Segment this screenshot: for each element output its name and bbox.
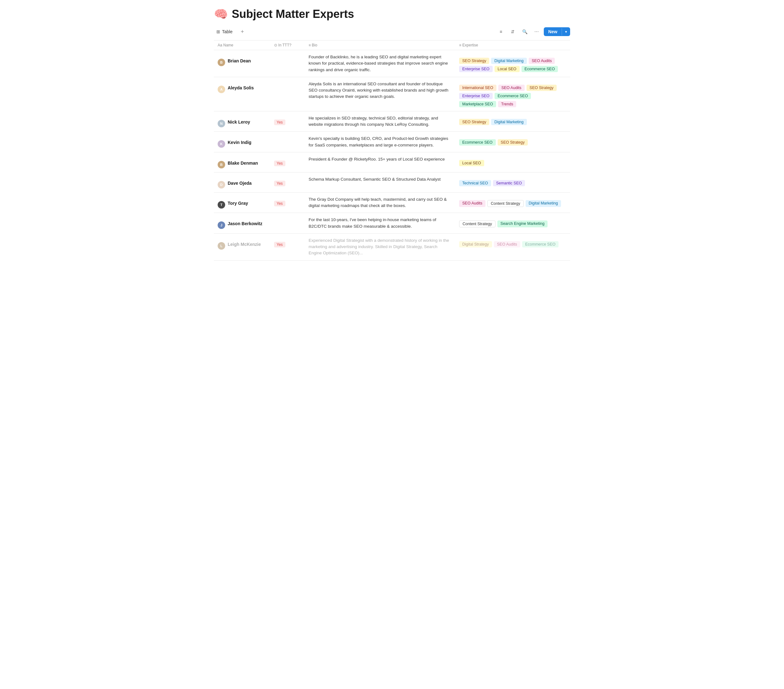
- expertise-tag[interactable]: SEO Strategy: [459, 58, 489, 64]
- expertise-col-icon: ≡: [459, 43, 461, 47]
- expertise-tag[interactable]: Ecommerce SEO: [522, 241, 559, 247]
- table-row: BBlake DenmanYesPresident & Founder @ Ri…: [214, 152, 570, 172]
- expertise-tag[interactable]: Ecommerce SEO: [522, 66, 558, 72]
- expertise-tag[interactable]: Trends: [498, 101, 516, 107]
- sort-icon: ⇵: [511, 29, 515, 34]
- name-cell-inner: AAleyda Solis: [217, 81, 267, 93]
- new-button[interactable]: New: [544, 27, 562, 36]
- expertise-tag[interactable]: Digital Marketing: [491, 119, 527, 125]
- expertise-tag[interactable]: Semantic SEO: [493, 180, 525, 186]
- cell-name-6[interactable]: TTory Gray: [214, 192, 270, 213]
- avatar: L: [217, 242, 225, 250]
- expertise-tag[interactable]: SEO Strategy: [498, 139, 528, 145]
- col-header-expertise: ≡ Expertise: [455, 40, 570, 50]
- person-name: Dave Ojeda: [228, 181, 252, 186]
- avatar: T: [217, 201, 225, 209]
- cell-name-1[interactable]: AAleyda Solis: [214, 77, 270, 111]
- cell-name-8[interactable]: LLeigh McKenzie: [214, 233, 270, 260]
- tags-container: Content StrategySearch Engine Marketing: [459, 217, 567, 227]
- filter-button[interactable]: ≡: [496, 27, 506, 36]
- expertise-tag[interactable]: SEO Audits: [494, 241, 520, 247]
- expertise-tag[interactable]: Search Engine Marketing: [497, 221, 548, 227]
- expertise-tag[interactable]: Enterprise SEO: [459, 93, 492, 99]
- table-row: DDave OjedaYesSchema Markup Consultant, …: [214, 172, 570, 192]
- expertise-tag[interactable]: Local SEO: [459, 160, 484, 166]
- expertise-tag[interactable]: Ecommerce SEO: [494, 93, 531, 99]
- table-row: JJason BerkowitzFor the last 10-years, I…: [214, 213, 570, 234]
- avatar: B: [217, 59, 225, 66]
- yes-badge: Yes: [274, 201, 285, 206]
- avatar: N: [217, 120, 225, 127]
- cell-name-4[interactable]: BBlake Denman: [214, 152, 270, 172]
- table-row: AAleyda SolisAleyda Solis is an internat…: [214, 77, 570, 111]
- more-button[interactable]: ⋯: [532, 27, 541, 36]
- toolbar-right: ≡ ⇵ 🔍 ⋯ New ▼: [496, 27, 570, 36]
- cell-bio-8: Experienced Digital Strategist with a de…: [305, 233, 455, 260]
- search-icon: 🔍: [522, 29, 527, 34]
- cell-name-0[interactable]: BBrian Dean: [214, 50, 270, 77]
- expertise-tag[interactable]: Digital Strategy: [459, 241, 492, 247]
- expertise-tag[interactable]: SEO Strategy: [459, 119, 489, 125]
- col-header-bio: ≡ Bio: [305, 40, 455, 50]
- cell-name-3[interactable]: KKevin Indig: [214, 132, 270, 152]
- new-button-dropdown[interactable]: ▼: [562, 28, 570, 35]
- name-cell-inner: NNick Leroy: [217, 115, 267, 127]
- toolbar: ⊞ Table + ≡ ⇵ 🔍 ⋯ New ▼: [214, 27, 570, 39]
- expertise-tag[interactable]: Content Strategy: [488, 200, 524, 207]
- expertise-tag[interactable]: SEO Audits: [529, 58, 555, 64]
- person-name: Blake Denman: [228, 161, 258, 166]
- expertise-tag[interactable]: SEO Strategy: [527, 85, 557, 91]
- expertise-tag[interactable]: Enterprise SEO: [459, 66, 492, 72]
- expertise-tag[interactable]: International SEO: [459, 85, 496, 91]
- expertise-tag[interactable]: SEO Audits: [459, 200, 486, 207]
- bio-text: Kevin's specialty is building SEO, CRO, …: [309, 135, 451, 148]
- chevron-down-icon: ▼: [565, 30, 568, 33]
- expertise-col-label: Expertise: [462, 43, 478, 47]
- avatar: J: [217, 221, 225, 229]
- person-name: Aleyda Solis: [228, 85, 254, 90]
- cell-name-2[interactable]: NNick Leroy: [214, 111, 270, 132]
- cell-name-5[interactable]: DDave Ojeda: [214, 172, 270, 192]
- name-cell-inner: LLeigh McKenzie: [217, 237, 267, 250]
- tags-container: SEO StrategyDigital MarketingSEO AuditsE…: [459, 54, 567, 72]
- expertise-tag[interactable]: Digital Marketing: [525, 200, 561, 207]
- cell-expertise-2: SEO StrategyDigital Marketing: [455, 111, 570, 132]
- cell-bio-4: President & Founder @ RicketyRoo. 15+ ye…: [305, 152, 455, 172]
- cell-expertise-3: Ecommerce SEOSEO Strategy: [455, 132, 570, 152]
- expertise-tag[interactable]: Local SEO: [494, 66, 520, 72]
- expertise-tag[interactable]: Ecommerce SEO: [459, 139, 496, 145]
- bio-text: Aleyda Solis is an international SEO con…: [309, 81, 451, 100]
- avatar: D: [217, 181, 225, 188]
- brain-icon: 🧠: [214, 8, 228, 21]
- add-view-button[interactable]: +: [239, 28, 246, 36]
- table-tab-label: Table: [222, 29, 232, 34]
- cell-name-7[interactable]: JJason Berkowitz: [214, 213, 270, 234]
- name-cell-inner: JJason Berkowitz: [217, 217, 267, 229]
- tags-container: Local SEO: [459, 156, 567, 166]
- cell-inttt-5: Yes: [270, 172, 305, 192]
- expertise-tag[interactable]: Digital Marketing: [491, 58, 527, 64]
- search-button[interactable]: 🔍: [520, 27, 529, 36]
- person-name: Brian Dean: [228, 58, 251, 63]
- expertise-tag[interactable]: Marketplace SEO: [459, 101, 496, 107]
- expertise-tag[interactable]: SEO Audits: [498, 85, 525, 91]
- table-view-tab[interactable]: ⊞ Table: [214, 28, 235, 35]
- cell-bio-2: He specializes in SEO strategy, technica…: [305, 111, 455, 132]
- expertise-tag[interactable]: Content Strategy: [459, 221, 496, 227]
- bio-text: Schema Markup Consultant, Semantic SEO &…: [309, 176, 451, 183]
- bio-text: Experienced Digital Strategist with a de…: [309, 237, 451, 257]
- yes-badge: Yes: [274, 161, 285, 166]
- tags-container: SEO StrategyDigital Marketing: [459, 115, 567, 125]
- cell-expertise-4: Local SEO: [455, 152, 570, 172]
- person-name: Kevin Indig: [228, 140, 251, 145]
- inttt-col-label: In TTT?: [278, 43, 292, 47]
- person-name: Nick Leroy: [228, 119, 250, 125]
- yes-badge: Yes: [274, 181, 285, 186]
- toolbar-left: ⊞ Table +: [214, 28, 246, 36]
- sort-button[interactable]: ⇵: [508, 27, 517, 36]
- bio-text: The Gray Dot Company will help teach, ma…: [309, 196, 451, 209]
- expertise-tag[interactable]: Technical SEO: [459, 180, 491, 186]
- bio-text: Founder of Backlinko, he is a leading SE…: [309, 54, 451, 73]
- tags-container: Ecommerce SEOSEO Strategy: [459, 135, 567, 145]
- table-icon: ⊞: [216, 29, 220, 34]
